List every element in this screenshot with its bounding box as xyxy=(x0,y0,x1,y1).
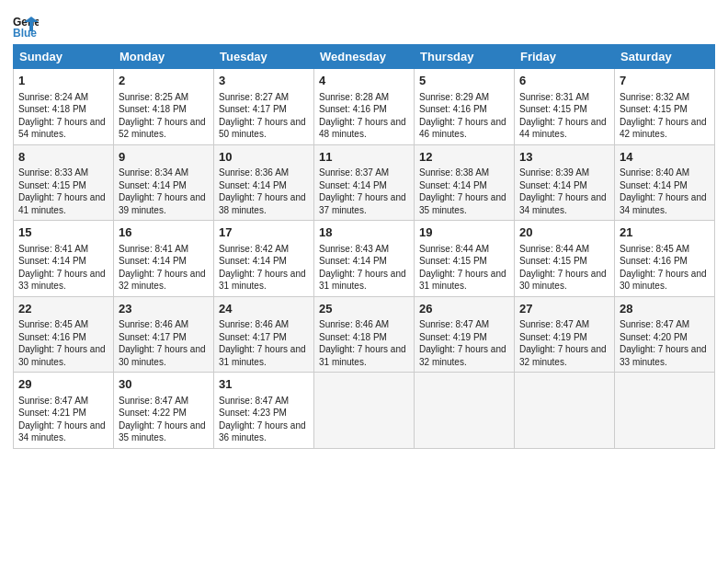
day-cell-15: 15Sunrise: 8:41 AMSunset: 4:14 PMDayligh… xyxy=(14,221,114,297)
logo-icon: General Blue xyxy=(13,13,39,39)
day-number: 25 xyxy=(319,301,409,317)
sunset: Sunset: 4:22 PM xyxy=(119,408,187,418)
day-number: 29 xyxy=(18,376,108,393)
empty-cell xyxy=(615,373,715,449)
sunset: Sunset: 4:23 PM xyxy=(219,408,287,418)
daylight: Daylight: 7 hours and 46 minutes. xyxy=(419,117,506,140)
sunset: Sunset: 4:14 PM xyxy=(620,180,688,190)
day-cell-12: 12Sunrise: 8:38 AMSunset: 4:14 PMDayligh… xyxy=(415,144,515,221)
sunrise: Sunrise: 8:45 AM xyxy=(18,319,88,329)
sunset: Sunset: 4:17 PM xyxy=(219,104,287,114)
sunset: Sunset: 4:14 PM xyxy=(319,256,387,266)
sunrise: Sunrise: 8:31 AM xyxy=(519,92,589,102)
sunrise: Sunrise: 8:39 AM xyxy=(519,167,589,178)
day-cell-1: 1Sunrise: 8:24 AMSunset: 4:18 PMDaylight… xyxy=(14,69,114,145)
sunset: Sunset: 4:18 PM xyxy=(18,104,86,114)
daylight: Daylight: 7 hours and 41 minutes. xyxy=(18,192,106,215)
empty-cell xyxy=(515,373,615,449)
sunset: Sunset: 4:18 PM xyxy=(119,104,187,114)
day-number: 9 xyxy=(119,149,209,166)
sunset: Sunset: 4:14 PM xyxy=(519,180,587,190)
sunrise: Sunrise: 8:34 AM xyxy=(119,167,188,178)
day-number: 31 xyxy=(219,376,309,393)
sunset: Sunset: 4:17 PM xyxy=(119,332,187,342)
day-number: 1 xyxy=(18,73,108,89)
daylight: Daylight: 7 hours and 35 minutes. xyxy=(419,192,506,215)
daylight: Daylight: 7 hours and 31 minutes. xyxy=(419,269,506,292)
daylight: Daylight: 7 hours and 31 minutes. xyxy=(219,269,306,292)
column-header-sunday: Sunday xyxy=(14,45,114,69)
daylight: Daylight: 7 hours and 34 minutes. xyxy=(620,192,707,215)
daylight: Daylight: 7 hours and 32 minutes. xyxy=(519,344,607,367)
column-header-saturday: Saturday xyxy=(615,45,715,69)
sunset: Sunset: 4:19 PM xyxy=(419,332,487,342)
daylight: Daylight: 7 hours and 31 minutes. xyxy=(319,344,406,367)
sunset: Sunset: 4:16 PM xyxy=(620,256,688,266)
sunrise: Sunrise: 8:28 AM xyxy=(319,92,389,102)
sunset: Sunset: 4:15 PM xyxy=(519,104,587,114)
day-number: 8 xyxy=(18,149,108,166)
sunset: Sunset: 4:14 PM xyxy=(119,256,187,266)
sunset: Sunset: 4:15 PM xyxy=(419,256,487,266)
sunrise: Sunrise: 8:47 AM xyxy=(419,319,489,329)
sunrise: Sunrise: 8:44 AM xyxy=(519,244,589,254)
column-header-thursday: Thursday xyxy=(415,45,515,69)
sunrise: Sunrise: 8:47 AM xyxy=(18,396,88,406)
daylight: Daylight: 7 hours and 33 minutes. xyxy=(18,269,106,292)
sunset: Sunset: 4:20 PM xyxy=(620,332,688,342)
empty-cell xyxy=(314,373,415,449)
column-header-friday: Friday xyxy=(515,45,615,69)
day-number: 21 xyxy=(620,224,710,241)
daylight: Daylight: 7 hours and 32 minutes. xyxy=(119,269,206,292)
day-cell-18: 18Sunrise: 8:43 AMSunset: 4:14 PMDayligh… xyxy=(314,221,415,297)
day-number: 24 xyxy=(219,301,309,317)
sunrise: Sunrise: 8:41 AM xyxy=(18,244,88,254)
sunrise: Sunrise: 8:47 AM xyxy=(119,396,188,406)
daylight: Daylight: 7 hours and 52 minutes. xyxy=(119,117,206,140)
sunrise: Sunrise: 8:27 AM xyxy=(219,92,289,102)
sunset: Sunset: 4:15 PM xyxy=(18,180,86,190)
day-cell-19: 19Sunrise: 8:44 AMSunset: 4:15 PMDayligh… xyxy=(415,221,515,297)
day-cell-21: 21Sunrise: 8:45 AMSunset: 4:16 PMDayligh… xyxy=(615,221,715,297)
day-number: 15 xyxy=(18,224,108,241)
day-cell-25: 25Sunrise: 8:46 AMSunset: 4:18 PMDayligh… xyxy=(314,296,415,373)
sunset: Sunset: 4:18 PM xyxy=(319,332,387,342)
sunset: Sunset: 4:14 PM xyxy=(18,256,86,266)
day-cell-16: 16Sunrise: 8:41 AMSunset: 4:14 PMDayligh… xyxy=(114,221,214,297)
sunrise: Sunrise: 8:37 AM xyxy=(319,167,389,178)
sunrise: Sunrise: 8:45 AM xyxy=(620,244,689,254)
day-number: 4 xyxy=(319,73,409,89)
sunrise: Sunrise: 8:41 AM xyxy=(119,244,188,254)
sunset: Sunset: 4:15 PM xyxy=(519,256,587,266)
daylight: Daylight: 7 hours and 38 minutes. xyxy=(219,192,306,215)
week-row-1: 1Sunrise: 8:24 AMSunset: 4:18 PMDaylight… xyxy=(14,69,715,145)
daylight: Daylight: 7 hours and 30 minutes. xyxy=(18,344,106,367)
daylight: Daylight: 7 hours and 37 minutes. xyxy=(319,192,406,215)
sunset: Sunset: 4:21 PM xyxy=(18,408,86,418)
sunrise: Sunrise: 8:32 AM xyxy=(620,92,689,102)
week-row-5: 29Sunrise: 8:47 AMSunset: 4:21 PMDayligh… xyxy=(14,373,715,449)
day-number: 17 xyxy=(219,224,309,241)
day-cell-5: 5Sunrise: 8:29 AMSunset: 4:16 PMDaylight… xyxy=(415,69,515,145)
day-number: 10 xyxy=(219,149,309,166)
day-cell-10: 10Sunrise: 8:36 AMSunset: 4:14 PMDayligh… xyxy=(214,144,314,221)
daylight: Daylight: 7 hours and 34 minutes. xyxy=(519,192,607,215)
column-header-tuesday: Tuesday xyxy=(214,45,314,69)
daylight: Daylight: 7 hours and 50 minutes. xyxy=(219,117,306,140)
sunset: Sunset: 4:16 PM xyxy=(18,332,86,342)
day-number: 14 xyxy=(620,149,710,166)
sunset: Sunset: 4:17 PM xyxy=(219,332,287,342)
day-number: 3 xyxy=(219,73,309,89)
sunrise: Sunrise: 8:46 AM xyxy=(219,319,289,329)
daylight: Daylight: 7 hours and 31 minutes. xyxy=(219,344,306,367)
sunrise: Sunrise: 8:29 AM xyxy=(419,92,489,102)
daylight: Daylight: 7 hours and 34 minutes. xyxy=(18,420,106,443)
sunrise: Sunrise: 8:42 AM xyxy=(219,244,289,254)
daylight: Daylight: 7 hours and 32 minutes. xyxy=(419,344,506,367)
day-number: 20 xyxy=(519,224,609,241)
week-row-4: 22Sunrise: 8:45 AMSunset: 4:16 PMDayligh… xyxy=(14,296,715,373)
day-cell-7: 7Sunrise: 8:32 AMSunset: 4:15 PMDaylight… xyxy=(615,69,715,145)
day-number: 28 xyxy=(620,301,710,317)
day-cell-6: 6Sunrise: 8:31 AMSunset: 4:15 PMDaylight… xyxy=(515,69,615,145)
empty-cell xyxy=(415,373,515,449)
